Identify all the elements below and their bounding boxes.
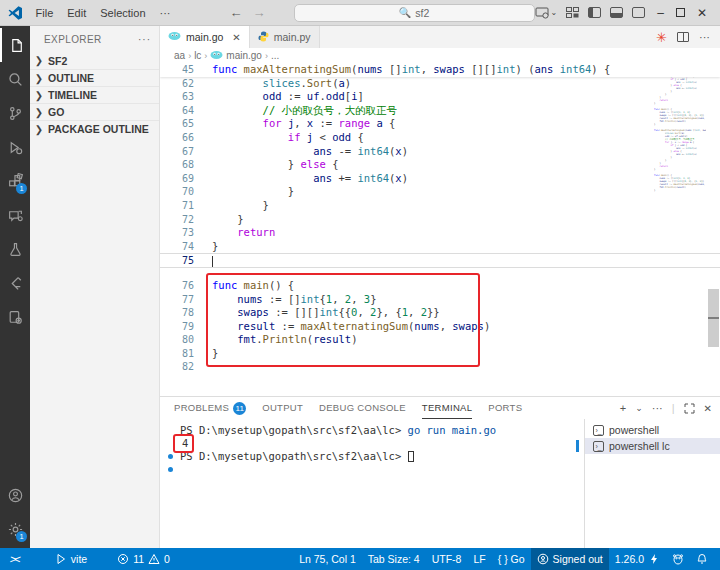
leetcode-extension-icon[interactable] <box>0 266 30 300</box>
code-line-45[interactable]: 45func maxAlternatingSum(nums []int, swa… <box>160 63 720 77</box>
menu-moremoremore[interactable]: ··· <box>153 3 178 23</box>
breadcrumb-item-aa[interactable]: aa <box>174 50 185 61</box>
error-count: 11 <box>133 553 144 565</box>
code-line-63[interactable]: 63 odd := uf.odd[i] <box>160 90 720 104</box>
search-icon: 🔍 <box>399 7 411 18</box>
panel-tab-problems[interactable]: PROBLEMS11 <box>174 397 246 419</box>
title-bar: FileEditSelection··· ← → 🔍 sf2 ⌄ – ✕ <box>0 0 720 26</box>
run-task-button[interactable]: vite <box>49 548 93 570</box>
maximize-panel-icon[interactable] <box>684 403 695 414</box>
code-line-68[interactable]: 68 } else { <box>160 158 720 172</box>
go-tools-icon[interactable] <box>0 300 30 334</box>
panel-tab-output[interactable]: OUTPUT <box>262 397 303 419</box>
code-line-69[interactable]: 69 ans += int64(x) <box>160 172 720 186</box>
close-panel-icon[interactable]: ✕ <box>704 403 712 414</box>
gopher-status-icon[interactable] <box>666 548 690 570</box>
customize-layout-icon[interactable] <box>566 7 579 18</box>
code-line-80[interactable]: 80 fmt.Println(result) <box>160 333 720 347</box>
code-line-81[interactable]: 81} <box>160 347 720 361</box>
split-editor-icon[interactable] <box>677 32 689 42</box>
run-debug-icon[interactable] <box>0 130 30 164</box>
editor-more-actions-icon[interactable]: ··· <box>699 31 710 43</box>
toggle-sidebar-icon[interactable] <box>588 7 601 18</box>
tab-main.py[interactable]: main.py <box>250 26 320 48</box>
code-line-82[interactable]: 82 <box>160 360 720 374</box>
nav-back-icon[interactable]: ← <box>230 5 243 20</box>
breadcrumb-item-maingo[interactable]: main.go <box>210 50 262 62</box>
language-mode[interactable]: { } Go <box>492 548 531 570</box>
command-decoration-dot[interactable] <box>168 454 173 459</box>
editor-scrollbar[interactable] <box>707 63 720 396</box>
terminal-list-item-powershell[interactable]: ›_powershell <box>585 422 720 438</box>
command-search-input[interactable]: 🔍 sf2 <box>294 4 535 22</box>
nav-forward-icon[interactable]: → <box>253 5 266 20</box>
remote-window-icon[interactable]: ⌄ <box>535 7 558 19</box>
toggle-panel-icon[interactable] <box>610 7 623 18</box>
run-code-icon[interactable]: ✳ <box>656 30 667 45</box>
menu-edit[interactable]: Edit <box>60 3 93 23</box>
breadcrumb-item-lc[interactable]: lc <box>194 50 201 61</box>
close-window-button[interactable]: ✕ <box>694 6 710 20</box>
code-line-78[interactable]: 78 swaps := [][]int{{0, 2}, {1, 2}} <box>160 306 720 320</box>
minimap[interactable]: 45func maxAlternatingSum(nums []int, swa… <box>652 63 706 203</box>
toggle-secondary-sidebar-icon[interactable] <box>632 7 645 18</box>
sidebar-section-sf2[interactable]: ❯SF2 <box>30 52 159 69</box>
chevron-right-icon: ❯ <box>34 72 45 84</box>
remote-status-icon[interactable]: >< <box>4 548 25 570</box>
source-control-icon[interactable] <box>0 96 30 130</box>
terminal-list-item-powershell-lc[interactable]: ›_powershell lc <box>585 438 720 454</box>
terminal-dropdown-icon[interactable]: ⌄ <box>635 403 643 413</box>
encoding[interactable]: UTF-8 <box>426 548 468 570</box>
signed-out-status[interactable]: Signed out <box>531 548 609 570</box>
tab-size[interactable]: Tab Size: 4 <box>362 548 426 570</box>
go-version[interactable]: 1.26.0 <box>609 548 666 570</box>
code-line-76[interactable]: 76func main() { <box>160 279 720 293</box>
testing-icon[interactable] <box>0 232 30 266</box>
code-editor[interactable]: 45func maxAlternatingSum(nums []int, swa… <box>160 63 720 396</box>
close-tab-icon[interactable]: ✕ <box>232 32 240 43</box>
menu-file[interactable]: File <box>29 3 61 23</box>
code-line-72[interactable]: 72 } <box>160 213 720 227</box>
panel-tab-debug-console[interactable]: DEBUG CONSOLE <box>319 397 406 419</box>
new-terminal-icon[interactable]: + <box>620 402 626 414</box>
accounts-icon[interactable] <box>0 478 30 512</box>
extensions-icon[interactable]: 1 <box>0 164 30 198</box>
menu-selection[interactable]: Selection <box>93 3 152 23</box>
search-sidebar-icon[interactable] <box>0 62 30 96</box>
code-line-70[interactable]: 70 } <box>160 185 720 199</box>
explorer-icon[interactable] <box>0 28 30 62</box>
code-line-71[interactable]: 71 } <box>160 199 720 213</box>
vscode-logo <box>8 5 23 21</box>
code-line-62[interactable]: 62 slices.Sort(a) <box>160 77 720 91</box>
code-line-64[interactable]: 64 // 小的取负号，大的取正号 <box>160 104 720 118</box>
panel-tab-terminal[interactable]: TERMINAL <box>422 397 472 419</box>
tab-main.go[interactable]: main.go✕ <box>160 26 250 48</box>
sidebar-section-go[interactable]: ❯GO <box>30 103 159 120</box>
code-line-73[interactable]: 73 return <box>160 226 720 240</box>
remote-explorer-icon[interactable] <box>0 198 30 232</box>
command-decoration-dot[interactable] <box>168 467 173 472</box>
code-line-74[interactable]: 74} <box>160 240 720 254</box>
maximize-button[interactable] <box>676 8 685 17</box>
sidebar-section-outline[interactable]: ❯OUTLINE <box>30 69 159 86</box>
eol-sequence[interactable]: LF <box>467 548 491 570</box>
code-line-66[interactable]: 66 if j < odd { <box>160 131 720 145</box>
sidebar-more-icon[interactable]: ··· <box>138 34 151 45</box>
panel-more-icon[interactable]: ··· <box>652 402 663 414</box>
minimize-button[interactable]: – <box>654 6 667 20</box>
sidebar-section-timeline[interactable]: ❯TIMELINE <box>30 86 159 103</box>
code-line-65[interactable]: 65 for j, x := range a { <box>160 117 720 131</box>
settings-gear-icon[interactable]: 1 <box>0 512 30 546</box>
code-line-79[interactable]: 79 result := maxAlternatingSum(nums, swa… <box>160 320 720 334</box>
cursor-position[interactable]: Ln 75, Col 1 <box>293 548 362 570</box>
code-line-67[interactable]: 67 ans -= int64(x) <box>160 145 720 159</box>
panel-tab-ports[interactable]: PORTS <box>488 397 522 419</box>
terminal-view[interactable]: PS D:\mysetup\gopath\src\sf2\aa\lc> go r… <box>160 419 584 548</box>
notifications-bell-icon[interactable] <box>690 548 714 570</box>
code-line-77[interactable]: 77 nums := []int{1, 2, 3} <box>160 293 720 307</box>
breadcrumb-item-[interactable]: ... <box>271 50 279 61</box>
terminal-list: ›_powershell›_powershell lc <box>584 419 720 548</box>
sidebar-section-package-outline[interactable]: ❯PACKAGE OUTLINE <box>30 120 159 137</box>
code-line-75[interactable]: 75 <box>160 253 720 268</box>
problems-status[interactable]: 11 0 <box>111 548 176 570</box>
